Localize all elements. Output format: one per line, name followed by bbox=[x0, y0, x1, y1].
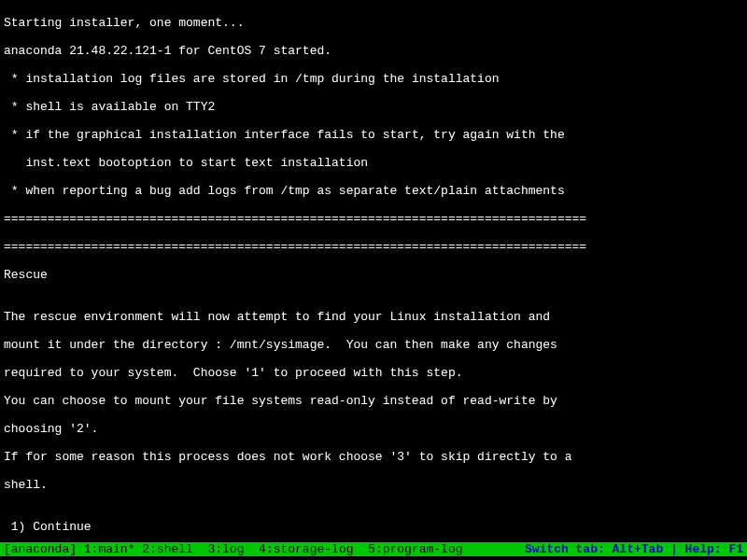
app-name: [anaconda] bbox=[4, 542, 77, 556]
boot-line: Starting installer, one moment... bbox=[4, 16, 743, 30]
divider: ========================================… bbox=[4, 212, 743, 226]
menu-option-1[interactable]: 1) Continue bbox=[4, 520, 743, 534]
tab-log[interactable]: 3:log bbox=[207, 542, 259, 556]
tab-storage-log[interactable]: 4:storage-log bbox=[259, 542, 368, 556]
rescue-text: The rescue environment will now attempt … bbox=[4, 310, 743, 324]
boot-bullet: * installation log files are stored in /… bbox=[4, 72, 743, 86]
terminal-output: Starting installer, one moment... anacon… bbox=[0, 0, 747, 560]
rescue-text: mount it under the directory : /mnt/sysi… bbox=[4, 338, 743, 352]
boot-bullet: inst.text bootoption to start text insta… bbox=[4, 156, 743, 170]
rescue-text: required to your system. Choose '1' to p… bbox=[4, 366, 743, 380]
tab-shell[interactable]: 2:shell bbox=[142, 542, 207, 556]
tab-main[interactable]: 1:main* bbox=[77, 542, 142, 556]
help-hint: Switch tab: Alt+Tab | Help: F1 bbox=[525, 542, 743, 556]
boot-bullet: * when reporting a bug add logs from /tm… bbox=[4, 184, 743, 198]
rescue-title: Rescue bbox=[4, 268, 743, 282]
rescue-text: If for some reason this process does not… bbox=[4, 450, 743, 464]
status-bar: [anaconda] 1:main* 2:shell 3:log 4:stora… bbox=[0, 542, 747, 556]
boot-line: anaconda 21.48.22.121-1 for CentOS 7 sta… bbox=[4, 44, 743, 58]
rescue-text: shell. bbox=[4, 478, 743, 492]
boot-bullet: * if the graphical installation interfac… bbox=[4, 128, 743, 142]
boot-bullet: * shell is available on TTY2 bbox=[4, 100, 743, 114]
tab-program-log[interactable]: 5:program-log bbox=[368, 542, 462, 556]
rescue-text: You can choose to mount your file system… bbox=[4, 394, 743, 408]
rescue-text: choosing '2'. bbox=[4, 422, 743, 436]
divider: ========================================… bbox=[4, 240, 743, 254]
